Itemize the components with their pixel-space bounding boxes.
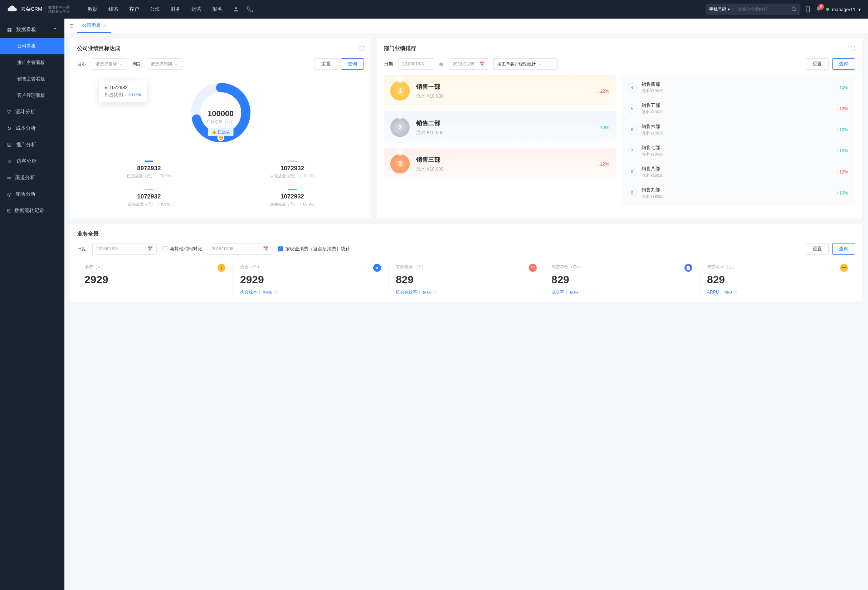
compare-checkbox[interactable]: 与其他时间对比 [162, 246, 202, 252]
arrow-down-icon: ↓ [597, 88, 599, 94]
tab-company-board[interactable]: 公司看板 × [77, 19, 111, 33]
sidebar-item-10[interactable]: ◎销售分析 [0, 186, 64, 202]
reset-button[interactable]: 重置 [314, 58, 337, 70]
send-icon: ➤ [373, 264, 381, 272]
card-title: 业务全景 [77, 231, 855, 237]
sidebar-item-6[interactable]: ↻成本分析 [0, 120, 64, 137]
metric-value: 1072932 [224, 165, 361, 172]
sidebar-item-label: 客户经理看板 [17, 92, 45, 99]
search-button[interactable] [787, 4, 800, 15]
phone-icon[interactable] [247, 6, 253, 13]
dashboard-icon: ▦ [7, 27, 12, 32]
sidebar-item-0[interactable]: ▦数据看板⌃ [0, 21, 64, 38]
user-icon[interactable] [233, 6, 239, 13]
rank-card-3: 3 销售三部 流水 ¥10,900 ↓12% [384, 148, 616, 180]
expand-icon[interactable]: ⛶ [850, 46, 855, 51]
stat-value: 829 [551, 274, 692, 286]
date-to-input[interactable]: 2018/01/08📅 [449, 58, 489, 70]
metric-value: 8972932 [81, 165, 217, 172]
stat-0: 消费（元） 💰 2929 [77, 264, 233, 295]
thumbs-up-icon: 👍 [211, 130, 217, 134]
menu-toggle-icon[interactable]: ☰ [69, 23, 74, 29]
rank-number: 5 [628, 104, 636, 113]
rank-sub: 流水 ¥19020 [642, 152, 664, 157]
arrow-down-icon: ↓ [597, 161, 599, 167]
date-input-2[interactable]: 2018/01/08📅 [208, 243, 272, 255]
target-achievement-card: 公司业绩目标达成 ⛶ 目标 请选择目标⌄ 周期 请选择周期⌄ 重置 查询 [70, 38, 371, 218]
reset-button[interactable]: 重置 [806, 243, 829, 255]
sidebar-item-1[interactable]: 公司看板 [0, 38, 64, 54]
mobile-icon[interactable] [805, 6, 811, 13]
chevron-down-icon: ⌄ [538, 62, 542, 66]
query-button[interactable]: 查询 [832, 243, 855, 255]
period-select[interactable]: 请选择周期⌄ [147, 58, 183, 70]
search-input[interactable] [734, 7, 787, 12]
metric-label: 超额完成（元）|89.9% [224, 202, 361, 207]
user-menu[interactable]: manager11 ▾ [826, 7, 861, 12]
rank-name: 销售九部 [642, 187, 664, 193]
help-icon[interactable]: ⓘ [580, 289, 584, 295]
topnav-item-2[interactable]: 客户 [129, 6, 139, 13]
card-title: 部门业绩排行 [384, 45, 416, 52]
search-type-select[interactable]: 手机号码 ▾ [706, 4, 734, 15]
topnav-item-3[interactable]: 公海 [150, 6, 160, 13]
sidebar-item-4[interactable]: 客户经理看板 [0, 87, 64, 104]
arrow-up-icon: ↑ [597, 125, 599, 130]
metric-bar [145, 189, 153, 190]
date-input-1[interactable]: 2018/01/08📅 [92, 243, 157, 255]
target-select[interactable]: 请选择目标⌄ [92, 58, 127, 70]
sidebar-item-7[interactable]: ☑推广分析 [0, 137, 64, 153]
card-title: 公司业绩目标达成 [77, 45, 120, 52]
shield-icon: 🛡 [529, 264, 537, 272]
main-content: ☰ 公司看板 × 公司业绩目标达成 ⛶ 目标 请选择目标⌄ 周期 [64, 19, 868, 590]
sidebar-item-label: 访客分析 [16, 158, 37, 165]
close-icon[interactable]: × [103, 23, 106, 28]
sidebar-item-9[interactable]: ∞渠道分析 [0, 169, 64, 186]
sidebar-item-2[interactable]: 推广主管看板 [0, 54, 64, 71]
sidebar-item-11[interactable]: ⎘数据流转记录 [0, 202, 64, 219]
rank-name: 销售三部 [416, 156, 590, 164]
rank-sub: 流水 ¥10,900 [416, 93, 590, 99]
notification-badge: 5 [818, 4, 824, 10]
stat-sub: 机会成本：¥948 ⓘ [240, 289, 381, 295]
department-ranking-card: 部门业绩排行 ⛶ 日期 2018/01/08 至 2018/01/08📅 按工单… [377, 38, 862, 218]
rank-change: ↑ 10% [837, 191, 848, 196]
topnav-item-1[interactable]: 线索 [108, 6, 118, 13]
date-from-input[interactable]: 2018/01/08 [398, 58, 434, 70]
stat-by-select[interactable]: 按工单客户经理统计⌄ [493, 58, 558, 70]
rank-sub: 流水 ¥19020 [642, 109, 664, 115]
funnel-icon: ▽ [7, 109, 11, 115]
brand-name: 云朵CRM [21, 6, 42, 13]
help-icon[interactable]: ⓘ [733, 289, 737, 295]
rank-row-7: 7 销售七部 流水 ¥19020 ↑ 10% [622, 140, 854, 161]
cash-stat-checkbox[interactable]: 按现金消费（返点后消费）统计 [278, 246, 350, 252]
rank-row-5: 5 销售五部 流水 ¥19020 ↓ 12% [622, 98, 854, 119]
sidebar-item-3[interactable]: 销售主管看板 [0, 71, 64, 87]
sidebar-item-5[interactable]: ▽漏斗分析 [0, 104, 64, 120]
topnav-item-6[interactable]: 报名 [212, 6, 222, 13]
svg-point-1 [792, 7, 796, 11]
brand-subtitle: 教育机构一站 式服务云平台 [45, 5, 70, 13]
medal-icon: 2 [390, 118, 410, 137]
sidebar-item-label: 漏斗分析 [15, 109, 35, 115]
bell-icon[interactable]: 5 [815, 6, 822, 13]
query-button[interactable]: 查询 [832, 58, 855, 70]
topnav-item-0[interactable]: 数据 [88, 6, 98, 13]
query-button[interactable]: 查询 [341, 58, 364, 70]
sidebar-item-8[interactable]: ☺访客分析 [0, 153, 64, 169]
sidebar-item-label: 推广分析 [16, 141, 36, 148]
chevron-down-icon: ⌄ [174, 62, 178, 66]
stat-value: 2929 [84, 274, 226, 286]
metric-label: 已完成量（元）|70.9% [81, 174, 217, 179]
topnav-item-5[interactable]: 运营 [192, 6, 201, 13]
sidebar: ▦数据看板⌃公司看板推广主管看板销售主管看板客户经理看板▽漏斗分析↻成本分析☑推… [0, 19, 64, 590]
rank-name: 销售八部 [642, 166, 664, 172]
reset-button[interactable]: 重置 [806, 58, 829, 70]
help-icon[interactable]: ⓘ [274, 289, 278, 295]
rank-row-4: 4 销售四部 流水 ¥19020 ↑ 10% [622, 77, 854, 98]
stat-sub: ARPU：¥80 ⓘ [707, 289, 848, 295]
topnav-item-4[interactable]: 财务 [171, 6, 181, 13]
help-icon[interactable]: ⓘ [433, 289, 437, 295]
channel-icon: ∞ [7, 175, 11, 181]
expand-icon[interactable]: ⛶ [359, 46, 364, 51]
